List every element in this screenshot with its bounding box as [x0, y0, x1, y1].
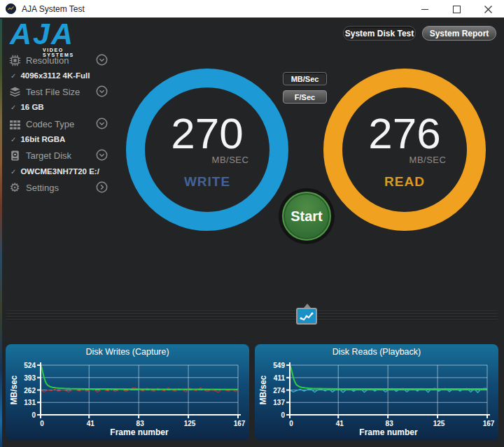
system-disk-test-button[interactable]: System Disk Test — [343, 26, 416, 41]
sidebar-item-settings[interactable]: ⚙ Settings — [8, 180, 108, 194]
sidebar-label: Codec Type — [26, 119, 74, 129]
svg-text:131: 131 — [24, 399, 36, 406]
sidebar-label: Target Disk — [26, 150, 71, 161]
svg-text:167: 167 — [483, 420, 495, 427]
start-button-label: Start — [290, 208, 323, 225]
svg-text:167: 167 — [234, 420, 246, 427]
svg-text:MB/sec: MB/sec — [9, 375, 19, 404]
check-icon: ✓ — [10, 136, 16, 143]
read-speed-unit: MB/SEC — [410, 155, 447, 165]
svg-text:125: 125 — [433, 420, 445, 427]
read-gauge-label: READ — [384, 174, 425, 190]
maximize-icon — [453, 6, 461, 13]
write-speed-gauge: 270 MB/SEC WRITE — [126, 69, 288, 231]
write-speed-value: 270 — [171, 113, 243, 155]
aja-system-test-window: AJA System Test AJA VIDEO SYSTEMS System… — [0, 0, 504, 447]
start-button[interactable]: Start — [279, 188, 335, 244]
aja-logo-text: AJA — [10, 20, 87, 48]
gear-icon: ⚙ — [8, 182, 21, 194]
chart-title: Disk Reads (Playback) — [255, 344, 498, 360]
svg-text:125: 125 — [184, 420, 196, 427]
svg-text:262: 262 — [24, 387, 36, 395]
window-title: AJA System Test — [22, 4, 85, 14]
chevron-down-icon[interactable] — [96, 118, 108, 129]
chevron-down-icon[interactable] — [96, 54, 108, 66]
minimize-icon — [421, 6, 429, 13]
maximize-button[interactable] — [441, 0, 472, 18]
svg-text:MB/sec: MB/sec — [258, 375, 268, 404]
disk-writes-chart-panel: Disk Writes (Capture) 013126239352404183… — [6, 344, 249, 441]
window-controls — [410, 0, 504, 18]
svg-text:393: 393 — [24, 374, 36, 382]
chevron-right-icon[interactable] — [96, 181, 108, 193]
desktop-edge-sliver — [0, 19, 2, 447]
svg-text:41: 41 — [336, 420, 344, 427]
disk-writes-chart: 013126239352404183125167MB/secFrame numb… — [6, 360, 249, 441]
line-chart-icon — [299, 311, 314, 322]
svg-text:274: 274 — [273, 387, 285, 395]
svg-text:83: 83 — [386, 420, 394, 427]
cpu-icon — [8, 55, 21, 66]
close-icon — [484, 6, 492, 13]
svg-text:0: 0 — [40, 420, 44, 427]
disk-reads-chart-panel: Disk Reads (Playback) 013727441154904183… — [255, 344, 498, 441]
disk-reads-chart: 013727441154904183125167MB/secFrame numb… — [255, 360, 498, 441]
target-disk-value: ✓ OWCME3NH7T20 E:/ — [10, 166, 99, 176]
chevron-down-icon[interactable] — [96, 149, 108, 161]
sidebar-label: Settings — [26, 183, 59, 193]
svg-text:83: 83 — [136, 420, 145, 427]
panel-splitter-handle[interactable] — [6, 310, 498, 322]
mb-per-sec-button[interactable]: MB/Sec — [283, 72, 327, 85]
sidebar-item-resolution[interactable]: Resolution — [8, 53, 108, 67]
close-button[interactable] — [472, 0, 504, 18]
svg-text:137: 137 — [273, 399, 285, 406]
sidebar-label: Test File Size — [26, 87, 80, 97]
test-file-size-value: ✓ 16 GB — [10, 102, 44, 112]
frames-per-sec-button[interactable]: F/Sec — [283, 90, 327, 104]
read-speed-value: 276 — [368, 113, 440, 155]
system-report-button[interactable]: System Report — [422, 26, 496, 41]
check-icon: ✓ — [10, 104, 16, 111]
write-speed-unit: MB/SEC — [212, 155, 249, 165]
resolution-value: ✓ 4096x3112 4K-Full — [10, 71, 90, 80]
svg-text:0: 0 — [31, 411, 36, 419]
chevron-down-icon[interactable] — [96, 85, 108, 97]
minimize-button[interactable] — [410, 0, 441, 18]
titlebar: AJA System Test — [0, 0, 504, 18]
svg-text:411: 411 — [274, 374, 286, 382]
svg-text:Frame number: Frame number — [359, 427, 418, 437]
chart-toggle-button[interactable] — [296, 308, 317, 325]
layers-icon — [8, 86, 21, 98]
svg-text:549: 549 — [273, 362, 285, 369]
svg-text:41: 41 — [87, 420, 95, 427]
sidebar-item-test-file-size[interactable]: Test File Size — [8, 85, 108, 99]
chart-title: Disk Writes (Capture) — [6, 344, 249, 360]
write-gauge-label: WRITE — [184, 174, 230, 190]
sidebar-item-target-disk[interactable]: Target Disk — [8, 148, 108, 162]
svg-text:0: 0 — [289, 420, 293, 427]
app-icon — [6, 3, 16, 14]
sidebar-label: Resolution — [26, 55, 69, 66]
svg-text:0: 0 — [281, 411, 285, 419]
read-speed-gauge: 276 MB/SEC READ — [323, 69, 486, 231]
notch-arrow-icon — [304, 304, 311, 308]
hard-disk-icon — [8, 150, 21, 162]
grid-icon — [8, 118, 21, 130]
codec-type-value: ✓ 16bit RGBA — [10, 134, 65, 144]
svg-text:524: 524 — [24, 362, 36, 369]
check-icon: ✓ — [10, 168, 16, 176]
check-icon: ✓ — [10, 72, 16, 80]
sidebar-item-codec-type[interactable]: Codec Type — [8, 117, 108, 131]
aja-logo: AJA VIDEO SYSTEMS — [10, 20, 87, 50]
svg-text:Frame number: Frame number — [110, 427, 169, 437]
